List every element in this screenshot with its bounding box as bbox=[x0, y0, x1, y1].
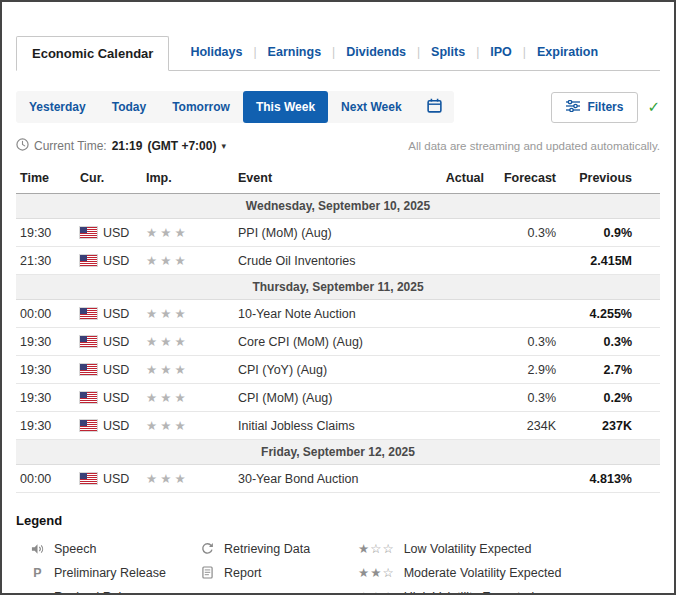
date-section-label: Thursday, September 11, 2025 bbox=[16, 275, 660, 300]
previous-cell: 0.3% bbox=[560, 328, 660, 356]
actual-cell bbox=[433, 356, 488, 384]
actual-cell bbox=[433, 328, 488, 356]
current-time-selector[interactable]: Current Time: 21:19 (GMT +7:00) ▾ bbox=[16, 138, 226, 154]
importance-cell: ★★★ bbox=[142, 412, 234, 440]
importance-stars-icon: ★★★ bbox=[146, 390, 189, 405]
range-button-this-week[interactable]: This Week bbox=[243, 91, 328, 123]
event-name[interactable]: Crude Oil Inventories bbox=[234, 247, 433, 275]
event-row[interactable]: 19:30USD★★★CPI (MoM) (Aug)0.3%0.2% bbox=[16, 384, 660, 412]
event-row[interactable]: 19:30USD★★★Core CPI (MoM) (Aug)0.3%0.3% bbox=[16, 328, 660, 356]
importance-stars-icon: ★★★ bbox=[146, 225, 189, 240]
event-name[interactable]: CPI (YoY) (Aug) bbox=[234, 356, 433, 384]
currency-cell: USD bbox=[76, 412, 142, 440]
calendar-picker-button[interactable] bbox=[415, 91, 454, 123]
sub-tabs: Holidays|Earnings|Dividends|Splits|IPO|E… bbox=[179, 45, 609, 70]
importance-cell: ★★★ bbox=[142, 247, 234, 275]
forecast-cell bbox=[488, 465, 560, 493]
importance-stars-icon: ★★★ bbox=[146, 418, 189, 433]
event-row[interactable]: 19:30USD★★★CPI (YoY) (Aug)2.9%2.7% bbox=[16, 356, 660, 384]
legend-label: High Volatility Expected bbox=[404, 590, 535, 595]
tab-expiration[interactable]: Expiration bbox=[526, 45, 609, 59]
us-flag-icon bbox=[80, 473, 97, 484]
legend-label: Retrieving Data bbox=[224, 542, 310, 556]
event-name[interactable]: Initial Jobless Claims bbox=[234, 412, 433, 440]
volatility-legend-item: ★★★High Volatility Expected bbox=[358, 589, 660, 595]
currency-code: USD bbox=[103, 419, 129, 433]
currency-cell: USD bbox=[76, 384, 142, 412]
range-button-tomorrow[interactable]: Tomorrow bbox=[159, 91, 243, 123]
us-flag-icon bbox=[80, 227, 97, 238]
column-header-currency: Cur. bbox=[76, 163, 142, 194]
us-flag-icon bbox=[80, 364, 97, 375]
time-cell: 21:30 bbox=[16, 247, 76, 275]
forecast-cell: 0.3% bbox=[488, 328, 560, 356]
column-header-previous: Previous bbox=[560, 163, 660, 194]
legend-title: Legend bbox=[16, 513, 660, 528]
event-row[interactable]: 21:30USD★★★Crude Oil Inventories2.415M bbox=[16, 247, 660, 275]
time-cell: 19:30 bbox=[16, 219, 76, 247]
importance-cell: ★★★ bbox=[142, 465, 234, 493]
tab-splits[interactable]: Splits bbox=[420, 45, 476, 59]
date-range-group: YesterdayTodayTomorrowThis WeekNext Week bbox=[16, 91, 454, 123]
tab-economic-calendar[interactable]: Economic Calendar bbox=[16, 36, 169, 71]
previous-cell: 0.9% bbox=[560, 219, 660, 247]
economic-calendar-page: Economic Calendar Holidays|Earnings|Divi… bbox=[2, 2, 674, 595]
time-cell: 00:00 bbox=[16, 300, 76, 328]
event-name[interactable]: PPI (MoM) (Aug) bbox=[234, 219, 433, 247]
event-name[interactable]: 30-Year Bond Auction bbox=[234, 465, 433, 493]
us-flag-icon bbox=[80, 255, 97, 266]
event-row[interactable]: 19:30USD★★★PPI (MoM) (Aug)0.3%0.9% bbox=[16, 219, 660, 247]
event-name[interactable]: 10-Year Note Auction bbox=[234, 300, 433, 328]
current-time-label: Current Time: bbox=[34, 139, 107, 153]
currency-cell: USD bbox=[76, 219, 142, 247]
us-flag-icon bbox=[80, 420, 97, 431]
tab-dividends[interactable]: Dividends bbox=[335, 45, 417, 59]
event-name[interactable]: Core CPI (MoM) (Aug) bbox=[234, 328, 433, 356]
toolbar: YesterdayTodayTomorrowThis WeekNext Week bbox=[16, 91, 660, 123]
range-buttons: YesterdayTodayTomorrowThis WeekNext Week bbox=[16, 91, 415, 123]
forecast-cell: 2.9% bbox=[488, 356, 560, 384]
tab-holidays[interactable]: Holidays bbox=[179, 45, 253, 59]
legend-label: Low Volatility Expected bbox=[404, 542, 532, 556]
tab-earnings[interactable]: Earnings bbox=[257, 45, 333, 59]
tab-ipo[interactable]: IPO bbox=[479, 45, 523, 59]
legend-item: Retrieving Data bbox=[200, 541, 358, 556]
legend-column-1: SpeechPPreliminary ReleaseRevised Releas… bbox=[30, 541, 200, 595]
range-button-yesterday[interactable]: Yesterday bbox=[16, 91, 99, 123]
calendar-table-body: Wednesday, September 10, 202519:30USD★★★… bbox=[16, 194, 660, 493]
time-cell: 19:30 bbox=[16, 356, 76, 384]
column-header-event: Event bbox=[234, 163, 433, 194]
date-section-row: Friday, September 12, 2025 bbox=[16, 440, 660, 465]
sliders-icon bbox=[566, 100, 580, 115]
chevron-down-icon: ▾ bbox=[221, 141, 226, 151]
legend-label: Speech bbox=[54, 542, 96, 556]
importance-stars-icon: ★★★ bbox=[146, 253, 189, 268]
legend-column-2: Retrieving DataReport bbox=[200, 541, 358, 595]
time-cell: 19:30 bbox=[16, 412, 76, 440]
event-row[interactable]: 00:00USD★★★10-Year Note Auction4.255% bbox=[16, 300, 660, 328]
range-button-next-week[interactable]: Next Week bbox=[328, 91, 414, 123]
column-header-forecast: Forecast bbox=[488, 163, 560, 194]
event-row[interactable]: 00:00USD★★★30-Year Bond Auction4.813% bbox=[16, 465, 660, 493]
importance-stars-icon: ★★★ bbox=[146, 362, 189, 377]
event-name[interactable]: CPI (MoM) (Aug) bbox=[234, 384, 433, 412]
event-row[interactable]: 19:30USD★★★Initial Jobless Claims234K237… bbox=[16, 412, 660, 440]
currency-code: USD bbox=[103, 226, 129, 240]
legend-item: Report bbox=[200, 565, 358, 580]
report-icon bbox=[200, 566, 215, 579]
time-cell: 00:00 bbox=[16, 465, 76, 493]
legend-grid: SpeechPPreliminary ReleaseRevised Releas… bbox=[16, 541, 660, 595]
previous-cell: 4.255% bbox=[560, 300, 660, 328]
filters-button-label: Filters bbox=[587, 100, 623, 114]
actual-cell bbox=[433, 300, 488, 328]
currency-cell: USD bbox=[76, 465, 142, 493]
current-time-value: 21:19 bbox=[112, 139, 143, 153]
currency-cell: USD bbox=[76, 356, 142, 384]
time-cell: 19:30 bbox=[16, 384, 76, 412]
forecast-cell bbox=[488, 300, 560, 328]
importance-cell: ★★★ bbox=[142, 328, 234, 356]
filters-button[interactable]: Filters bbox=[551, 92, 638, 123]
legend-label: Report bbox=[224, 566, 262, 580]
legend-label: Preliminary Release bbox=[54, 566, 166, 580]
range-button-today[interactable]: Today bbox=[99, 91, 159, 123]
